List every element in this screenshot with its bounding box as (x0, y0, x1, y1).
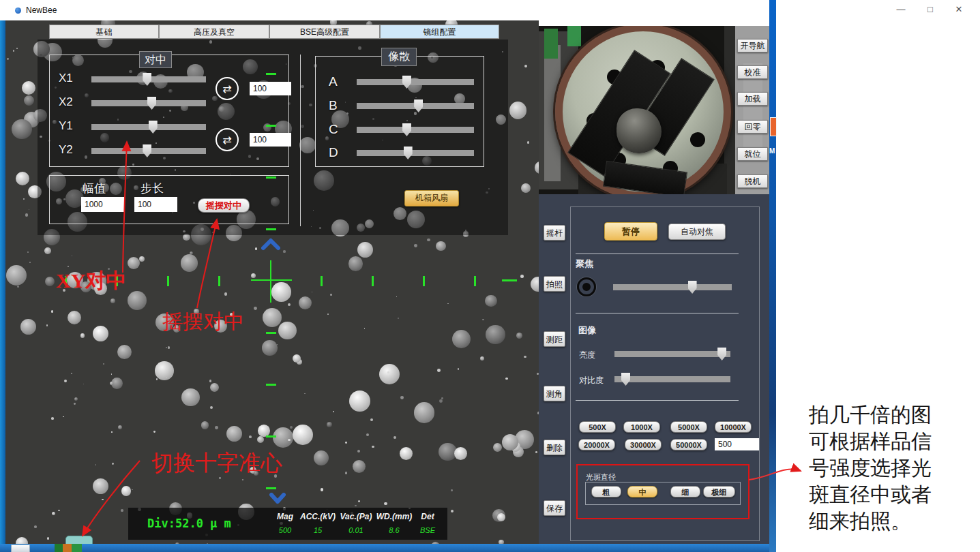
slider-label-y2: Y2 (59, 143, 73, 157)
brightness-slider[interactable] (614, 351, 730, 357)
minimize-button[interactable]: — (893, 4, 908, 14)
mag-50000x-button[interactable]: 50000X (670, 439, 707, 450)
slider-b[interactable] (357, 103, 474, 109)
slider-thumb[interactable] (688, 281, 697, 294)
spot-fine-button[interactable]: 细 (670, 486, 700, 497)
autofocus-button[interactable]: 自动对焦 (668, 224, 726, 240)
centering-panel-title: 对中 (139, 51, 172, 68)
annotation-xy-centering: XY对中 (56, 267, 126, 295)
tab-lens-config[interactable]: 镜组配置 (380, 25, 499, 39)
mag-30000x-button[interactable]: 30000X (625, 439, 662, 450)
nav-in-position-button[interactable]: 就位 (737, 147, 768, 161)
slider-d[interactable] (357, 150, 474, 156)
slider-track[interactable] (357, 79, 474, 85)
imaging-panel: 暂停 自动对焦 聚焦 图像 亮度 对比度 500X 1000X (570, 206, 760, 541)
focus-target-icon[interactable] (577, 277, 596, 296)
stage-nav-strip: 开导航 校准 加载 回零 就位 脱机 (735, 26, 769, 194)
slider-thumb[interactable] (717, 348, 726, 361)
mag-10000x-button[interactable]: 10000X (715, 421, 752, 433)
slider-track[interactable] (357, 150, 474, 156)
nav-calibrate-button[interactable]: 校准 (737, 65, 768, 79)
axis-tick (474, 276, 476, 286)
focus-slider[interactable] (613, 284, 732, 290)
nav-open-navigation-button[interactable]: 开导航 (737, 39, 768, 52)
status-header-mag: Mag (277, 512, 293, 521)
chart-bar-orange (63, 544, 72, 552)
mag-500x-button[interactable]: 500X (579, 421, 616, 433)
slider-y1[interactable] (91, 124, 206, 130)
amplitude-input[interactable] (81, 197, 124, 212)
slider-y2[interactable] (91, 148, 206, 154)
tool-capture-button[interactable]: 拍照 (544, 276, 565, 292)
maximize-button[interactable]: □ (923, 4, 938, 14)
slider-thumb[interactable] (404, 147, 413, 159)
spot-ultrafine-button[interactable]: 极细 (703, 486, 735, 497)
slider-c[interactable] (357, 127, 474, 133)
slider-x1[interactable] (91, 76, 206, 82)
slider-thumb[interactable] (621, 373, 630, 386)
x-wobble-value-input[interactable] (250, 82, 291, 95)
slider-x2[interactable] (91, 100, 206, 106)
tab-hv-vacuum[interactable]: 高压及真空 (159, 25, 269, 39)
slider-track[interactable] (614, 376, 730, 382)
slider-track[interactable] (614, 351, 730, 357)
chevron-down-icon[interactable] (269, 493, 286, 504)
slider-thumb[interactable] (402, 76, 411, 89)
tab-bse-advanced[interactable]: BSE高级配置 (269, 25, 380, 39)
chassis-fan-button[interactable]: 机箱风扇 (404, 190, 459, 206)
focus-dot (582, 283, 591, 291)
step-input[interactable] (134, 197, 177, 212)
contrast-label: 对比度 (579, 375, 604, 386)
slider-track[interactable] (613, 284, 732, 290)
close-button[interactable]: ✕ (951, 4, 966, 14)
y-wobble-value-input[interactable] (250, 133, 291, 147)
tool-delete-button[interactable]: 删除 (544, 440, 565, 455)
slider-a[interactable] (357, 79, 474, 85)
axis-tick (321, 276, 323, 286)
nav-offline-button[interactable]: 脱机 (737, 174, 768, 188)
tool-measure-angle-button[interactable]: 测角 (544, 386, 565, 401)
divider (576, 254, 739, 254)
y-wobble-icon[interactable]: ⇄ (216, 128, 239, 151)
tool-save-button[interactable]: 保存 (544, 500, 565, 516)
mag-1000x-button[interactable]: 1000X (623, 421, 660, 433)
mag-5000x-button[interactable]: 5000X (670, 421, 707, 433)
slider-thumb[interactable] (147, 97, 156, 110)
divider (576, 400, 739, 401)
slider-label-d: D (329, 145, 338, 160)
x-wobble-icon[interactable]: ⇄ (216, 77, 239, 100)
axis-tick (251, 279, 292, 281)
annotation-note-text: 拍几千倍的图 可根据样品信 号强度选择光 斑直径中或者 细来拍照。 (809, 401, 932, 534)
mag-20000x-button[interactable]: 20000X (578, 439, 615, 450)
pause-button[interactable]: 暂停 (604, 222, 657, 241)
amplitude-label: 幅值 (83, 181, 106, 196)
slider-thumb[interactable] (143, 73, 151, 86)
contrast-slider[interactable] (614, 376, 730, 382)
taskbar-chart-icon[interactable] (55, 544, 82, 552)
slider-thumb[interactable] (402, 123, 411, 136)
mag-value-input[interactable] (715, 438, 759, 450)
nav-zero-button[interactable]: 回零 (737, 120, 768, 134)
astigmatism-panel-title: 像散 (381, 48, 417, 66)
spot-medium-button[interactable]: 中 (627, 486, 657, 497)
swing-centering-button[interactable]: 摇摆对中 (198, 198, 250, 213)
sample-stub (617, 108, 662, 153)
divider (576, 313, 739, 313)
slider-track[interactable] (357, 127, 474, 133)
spot-coarse-button[interactable]: 粗 (591, 486, 621, 497)
camera-green-part (544, 29, 558, 59)
chart-bar-green (55, 544, 63, 552)
slider-thumb[interactable] (143, 144, 151, 157)
chevron-up-icon[interactable] (261, 238, 280, 251)
tab-basic[interactable]: 基础 (49, 25, 159, 39)
status-value-acc: 15 (314, 526, 322, 534)
nav-load-button[interactable]: 加载 (737, 92, 768, 106)
tool-measure-distance-button[interactable]: 测距 (544, 331, 565, 347)
slider-thumb[interactable] (414, 99, 423, 112)
axis-tick (502, 279, 517, 281)
slider-thumb[interactable] (149, 121, 158, 134)
desktop-icon[interactable] (770, 117, 777, 136)
tool-joystick-button[interactable]: 摇杆 (544, 225, 565, 241)
taskbar-file-icon[interactable] (11, 545, 30, 552)
control-panel: 摇杆 拍照 测距 测角 删除 保存 暂停 自动对焦 聚焦 图像 亮度 对比度 (539, 194, 769, 545)
